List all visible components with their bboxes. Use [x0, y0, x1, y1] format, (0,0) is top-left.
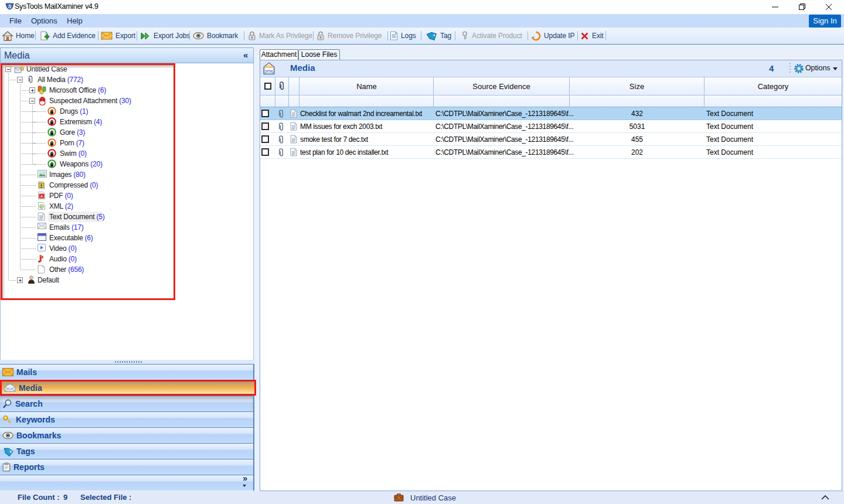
svg-text:S: S	[8, 4, 11, 9]
